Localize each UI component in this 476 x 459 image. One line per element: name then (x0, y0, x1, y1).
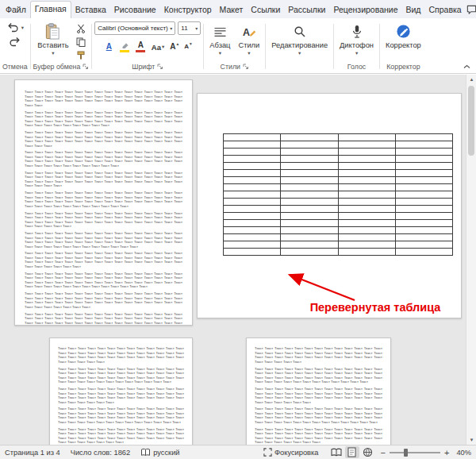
tab-insert[interactable]: Вставка (71, 2, 110, 18)
comment-icon (466, 4, 476, 15)
focus-button[interactable]: Фокусировка (263, 448, 319, 457)
group-label-undo: Отмена (2, 63, 28, 71)
tab-mailings[interactable]: Рассылки (284, 2, 329, 18)
scroll-down-arrow[interactable]: ▾ (466, 437, 476, 443)
tab-design[interactable]: Конструктор (160, 2, 216, 18)
combo-chevron: ▾ (170, 25, 172, 31)
read-mode-button[interactable] (329, 446, 344, 458)
format-painter-button[interactable] (74, 49, 88, 61)
grow-font-button[interactable]: А▴ (168, 40, 180, 54)
font-name-combo[interactable]: Calibri (Основной текст)▾ (94, 21, 175, 35)
word-window: Файл Главная Вставка Рисование Конструкт… (0, 0, 476, 459)
ribbon: ▾ Отмена Вставить ▾ (0, 18, 476, 74)
page-1[interactable]: Текст Текст Текст Текст Текст Текст Текс… (14, 79, 193, 326)
print-layout-button[interactable] (345, 446, 359, 458)
ribbon-group-voice: Диктофон ▾ Голос (336, 20, 377, 73)
group-separator (265, 24, 266, 69)
annotation-text[interactable]: Перевернутая таблица (290, 301, 461, 314)
shrink-arrow-icon: ▾ (190, 41, 192, 46)
zoom-level[interactable]: 40% (456, 449, 471, 457)
group-label-clipboard: Буфер обмена (33, 63, 81, 71)
tab-file[interactable]: Файл (2, 2, 30, 18)
paragraph-menu-button[interactable]: Абзац ▾ (206, 21, 233, 57)
group-label-font: Шрифт (132, 63, 155, 71)
scrollbar-thumb[interactable] (468, 86, 474, 156)
collapse-ribbon-button[interactable] (461, 63, 472, 71)
styles-menu-button[interactable]: А Стили ▾ (235, 21, 263, 57)
font-color-bar (136, 50, 145, 52)
search-icon (294, 23, 306, 40)
editing-menu-button[interactable]: Редактирование ▾ (268, 21, 331, 57)
page-4-text: Текст Текст Текст Текст Текст Текст Текс… (255, 346, 382, 445)
focus-icon (263, 448, 272, 457)
group-label-voice: Голос (347, 63, 366, 71)
dictate-dropdown-chevron: ▾ (355, 51, 358, 56)
group-label-corrector: Корректор (386, 63, 420, 71)
page-3-text: Текст Текст Текст Текст Текст Текст Текс… (58, 346, 184, 445)
rotated-table[interactable] (223, 133, 453, 256)
highlight-button[interactable] (118, 40, 132, 54)
dictate-button[interactable]: Диктофон ▾ (336, 21, 377, 57)
font-color-button[interactable]: А (134, 40, 148, 54)
tab-references[interactable]: Ссылки (247, 2, 284, 18)
page-4[interactable]: Текст Текст Текст Текст Текст Текст Текс… (246, 338, 391, 445)
tab-view[interactable]: Вид (402, 2, 425, 18)
clipboard-dialog-launcher[interactable] (83, 64, 89, 70)
tab-review[interactable]: Рецензирование (329, 2, 401, 18)
highlight-color-bar (120, 50, 129, 52)
styles-dropdown-chevron: ▾ (248, 51, 250, 56)
tab-layout[interactable]: Макет (216, 2, 248, 18)
zoom-out-button[interactable]: − (381, 449, 386, 457)
tab-help[interactable]: Справка (425, 2, 466, 18)
ribbon-group-paragraph-styles: Абзац ▾ А Стили ▾ Стили (206, 20, 263, 73)
paste-dropdown-chevron: ▾ (52, 51, 54, 56)
page-3[interactable]: Текст Текст Текст Текст Текст Текст Текс… (49, 338, 193, 445)
group-separator (30, 24, 31, 69)
cut-button[interactable] (74, 22, 88, 34)
ribbon-group-font: Calibri (Основной текст)▾ 11▾ А А (94, 20, 201, 73)
comments-button[interactable] (466, 4, 476, 15)
group-separator (333, 24, 334, 69)
word-count[interactable]: Число слов: 1862 (71, 449, 130, 457)
document-canvas[interactable]: Текст Текст Текст Текст Текст Текст Текс… (0, 75, 476, 445)
font-dialog-launcher[interactable] (157, 64, 163, 70)
shrink-font-button[interactable]: А▾ (182, 40, 194, 54)
page-indicator[interactable]: Страница 1 из 4 (5, 449, 60, 457)
language-indicator[interactable]: русский (140, 448, 179, 457)
group-separator (91, 24, 92, 69)
ribbon-tab-bar: Файл Главная Вставка Рисование Конструкт… (0, 0, 476, 18)
ribbon-group-corrector: Корректор Корректор (382, 20, 424, 73)
zoom-in-button[interactable]: + (444, 449, 449, 457)
undo-button[interactable] (6, 21, 21, 33)
status-bar: Страница 1 из 4 Число слов: 1862 русский… (0, 445, 476, 459)
web-layout-button[interactable] (361, 446, 375, 458)
vertical-scrollbar[interactable]: ▴ ▾ (466, 75, 476, 445)
highlighter-icon (120, 41, 130, 48)
svg-text:А: А (243, 27, 250, 38)
styles-dialog-launcher[interactable] (243, 64, 249, 70)
redo-button[interactable] (8, 36, 22, 48)
change-case-button[interactable]: Аа▾ (150, 40, 167, 54)
zoom-slider[interactable] (390, 449, 440, 457)
paste-button[interactable]: Вставить ▾ (34, 21, 71, 57)
tab-draw[interactable]: Рисование (110, 2, 160, 18)
undo-dropdown-chevron[interactable]: ▾ (21, 25, 24, 30)
redo-icon (9, 37, 21, 47)
paragraph-dropdown-chevron: ▾ (219, 51, 221, 56)
zoom-slider-thumb[interactable] (404, 449, 408, 457)
font-size-combo[interactable]: 11▾ (178, 21, 201, 35)
text-effects-button[interactable]: А (102, 40, 116, 54)
styles-icon: А (242, 23, 256, 40)
page-2[interactable]: Перевернутая таблица (197, 93, 462, 318)
scroll-up-arrow[interactable]: ▴ (466, 76, 476, 83)
copy-button[interactable] (74, 36, 88, 48)
paste-clipboard-icon (45, 23, 60, 40)
format-painter-icon (76, 51, 86, 60)
ribbon-group-undo: ▾ Отмена (2, 20, 28, 73)
group-label-styles: Стили (221, 63, 240, 71)
web-layout-icon (363, 447, 373, 457)
chevron-up-icon (463, 64, 470, 69)
tab-home[interactable]: Главная (30, 1, 71, 18)
group-separator (203, 24, 204, 69)
corrector-button[interactable]: Корректор (382, 21, 424, 51)
